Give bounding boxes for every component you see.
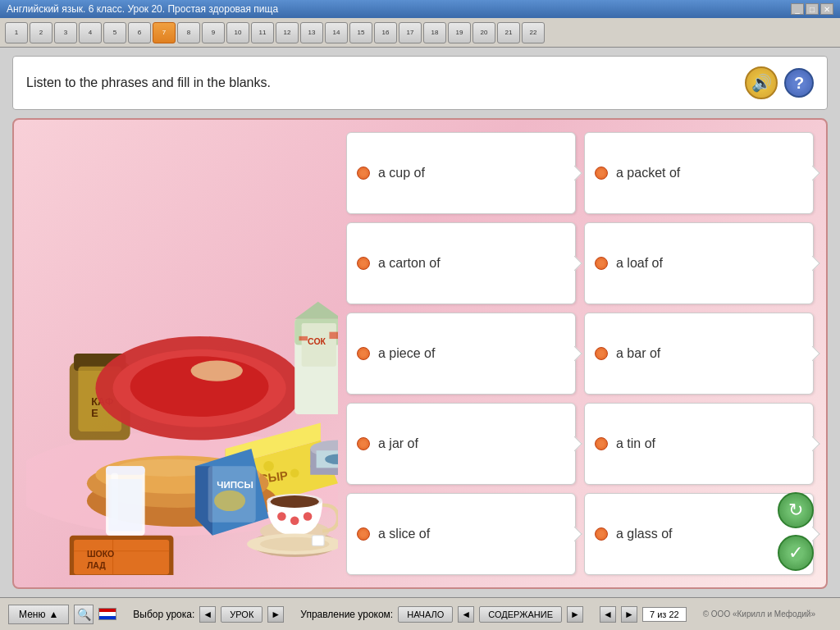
lesson-btn-19[interactable]: 19 [448, 22, 471, 43]
phrase-text-cup: a cup of [378, 166, 425, 180]
phrase-card-bar[interactable]: a bar of [584, 313, 814, 395]
lesson-btn-1[interactable]: 1 [5, 22, 28, 43]
lesson-btn-4[interactable]: 4 [79, 22, 102, 43]
lesson-btn-15[interactable]: 15 [349, 22, 372, 43]
lesson-btn-17[interactable]: 17 [399, 22, 422, 43]
check-button[interactable]: ✓ [778, 535, 814, 571]
phrase-card-slice[interactable]: a slice of [346, 493, 576, 575]
svg-point-43 [304, 512, 313, 521]
title-bar-buttons: _ □ ✕ [791, 3, 833, 15]
page-indicator: 7 из 22 [642, 607, 687, 622]
speaker-icon[interactable]: 🔊 [745, 66, 778, 99]
phrase-dot-piece [357, 347, 370, 360]
instruction-box: Listen to the phrases and fill in the bl… [12, 56, 828, 110]
phrase-dot-loaf [595, 257, 608, 270]
page-section: ◄ ► 7 из 22 [600, 606, 687, 623]
phrase-card-piece[interactable]: a piece of [346, 313, 576, 395]
control-section: Управление уроком: НАЧАЛО ◄ СОДЕРЖАНИЕ ► [300, 606, 583, 623]
title-bar: Английский язык. 6 класс. Урок 20. Прост… [0, 0, 840, 18]
start-button[interactable]: НАЧАЛО [398, 606, 453, 623]
start-prev-button[interactable]: ◄ [458, 606, 474, 623]
lesson-select-label: Выбор урока: [133, 609, 194, 620]
page-next-button[interactable]: ► [621, 606, 637, 623]
phrase-text-slice: a slice of [378, 527, 430, 541]
phrase-text-piece: a piece of [378, 346, 435, 361]
instruction-icons: 🔊 ? [745, 66, 814, 99]
svg-point-42 [290, 516, 299, 525]
instruction-text: Listen to the phrases and fill in the bl… [26, 75, 271, 90]
content-area: Listen to the phrases and fill in the bl… [0, 48, 840, 597]
lesson-btn-16[interactable]: 16 [374, 22, 397, 43]
lesson-btn-14[interactable]: 14 [325, 22, 348, 43]
page-prev-button[interactable]: ◄ [600, 606, 616, 623]
svg-point-41 [277, 512, 286, 521]
svg-text:ЧИПСЫ: ЧИПСЫ [217, 479, 253, 490]
menu-arrow-icon: ▲ [48, 609, 58, 620]
lesson-btn-6[interactable]: 6 [128, 22, 151, 43]
lesson-btn-22[interactable]: 22 [522, 22, 545, 43]
phrase-dot-tin [595, 437, 608, 450]
lesson-next-button[interactable]: ► [267, 606, 284, 623]
phrase-dot-bar [595, 347, 608, 360]
phrase-dot-slice [357, 527, 370, 541]
maximize-button[interactable]: □ [806, 3, 819, 15]
phrase-text-glass: a glass of [616, 527, 672, 541]
lesson-prev-button[interactable]: ◄ [199, 606, 216, 623]
svg-rect-15 [299, 336, 308, 340]
phrase-text-loaf: a loaf of [616, 256, 663, 271]
lesson-nav-bar: 1 2 3 4 5 6 7 8 9 10 11 12 13 14 15 16 1… [5, 22, 545, 43]
phrase-text-carton: a carton of [378, 256, 441, 271]
svg-text:СОК: СОК [308, 336, 326, 346]
menu-section: Меню ▲ 🔍 [8, 605, 116, 624]
phrase-card-loaf[interactable]: a loaf of [584, 222, 814, 304]
phrase-dot-carton [357, 257, 370, 270]
phrase-text-tin: a tin of [616, 436, 655, 451]
lesson-btn-12[interactable]: 12 [276, 22, 299, 43]
lesson-btn-3[interactable]: 3 [54, 22, 77, 43]
phrase-dot-glass [595, 527, 608, 541]
lesson-btn-11[interactable]: 11 [251, 22, 274, 43]
lesson-btn-5[interactable]: 5 [103, 22, 126, 43]
svg-point-37 [214, 491, 245, 511]
lesson-btn-9[interactable]: 9 [202, 22, 225, 43]
lesson-btn-20[interactable]: 20 [472, 22, 495, 43]
lesson-btn-10[interactable]: 10 [226, 22, 249, 43]
refresh-button[interactable]: ↻ [778, 492, 814, 528]
phrase-dot-cup [357, 167, 370, 180]
lesson-btn-21[interactable]: 21 [497, 22, 520, 43]
lesson-btn-2[interactable]: 2 [30, 22, 52, 43]
phrase-card-cup[interactable]: a cup of [346, 132, 576, 214]
window-title: Английский язык. 6 класс. Урок 20. Прост… [7, 3, 278, 15]
phrases-area: a cup of a packet of a carton of a loaf … [346, 132, 814, 575]
svg-text:ШОКО: ШОКО [87, 549, 114, 559]
lesson-select-section: Выбор урока: ◄ УРОК ► [133, 606, 284, 623]
phrase-text-packet: a packet of [616, 166, 680, 180]
help-icon[interactable]: ? [784, 68, 814, 98]
copyright-text: © ООО «Кирилл и Мефодий» [703, 609, 815, 619]
control-label: Управление уроком: [300, 609, 393, 620]
phrase-card-jar[interactable]: a jar of [346, 403, 576, 485]
phrase-card-carton[interactable]: a carton of [346, 222, 576, 304]
lesson-btn-8[interactable]: 8 [177, 22, 200, 43]
phrase-dot-packet [595, 167, 608, 180]
content-button[interactable]: СОДЕРЖАНИЕ [479, 606, 562, 623]
content-next-button[interactable]: ► [567, 606, 583, 623]
side-action-buttons: ↻ ✓ [778, 492, 814, 571]
phrase-text-bar: a bar of [616, 346, 660, 361]
lesson-btn-7[interactable]: 7 [153, 22, 176, 43]
phrase-card-tin[interactable]: a tin of [584, 403, 814, 485]
svg-rect-57 [108, 479, 142, 531]
close-button[interactable]: ✕ [820, 3, 833, 15]
lesson-button[interactable]: УРОК [221, 606, 262, 623]
svg-text:ЛАД: ЛАД [87, 560, 106, 570]
search-button[interactable]: 🔍 [74, 605, 94, 624]
lesson-btn-13[interactable]: 13 [300, 22, 323, 43]
food-illustration: КАФ Е СОК [26, 132, 338, 575]
toolbar: 1 2 3 4 5 6 7 8 9 10 11 12 13 14 15 16 1… [0, 18, 840, 48]
language-flag[interactable] [98, 608, 116, 620]
minimize-button[interactable]: _ [791, 3, 804, 15]
phrase-card-packet[interactable]: a packet of [584, 132, 814, 214]
lesson-btn-18[interactable]: 18 [423, 22, 446, 43]
bottom-bar: Меню ▲ 🔍 Выбор урока: ◄ УРОК ► Управлени… [0, 597, 840, 630]
menu-button[interactable]: Меню ▲ [8, 605, 69, 624]
